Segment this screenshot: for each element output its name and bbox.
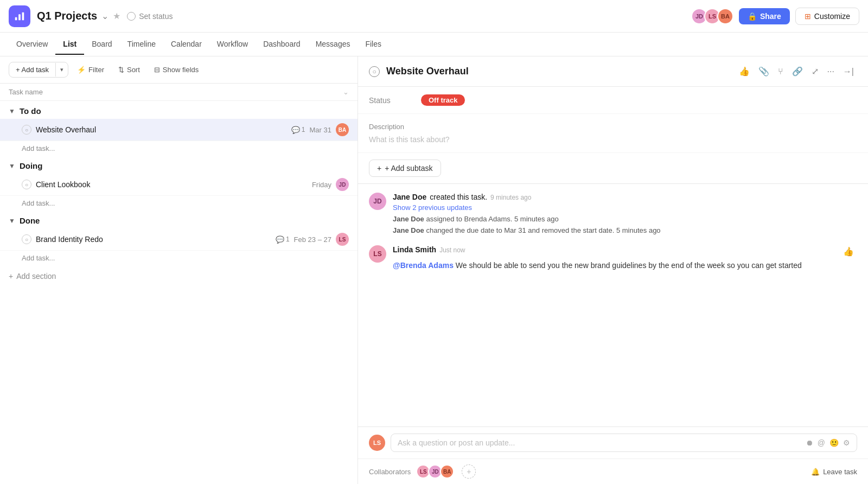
- task-check-icon-done: ○: [22, 234, 31, 244]
- status-label: Status: [369, 96, 412, 105]
- task-due-date: Mar 31: [310, 126, 331, 134]
- collaborators-row: Collaborators LS JD BA + 🔔 Leave task: [358, 458, 868, 484]
- activity-sub-jane: Jane Doe assigned to Brenda Adams. 5 min…: [393, 214, 857, 237]
- set-status-button[interactable]: Set status: [127, 12, 173, 21]
- sort-icon: ⇅: [118, 66, 124, 74]
- link-button[interactable]: 🔗: [789, 63, 806, 80]
- more-options-button[interactable]: ···: [824, 63, 838, 80]
- activity-time-linda: Just now: [439, 246, 465, 254]
- settings-icon[interactable]: ⚙: [843, 438, 850, 447]
- detail-check-icon: ○: [369, 66, 380, 77]
- section-header-todo[interactable]: ▼ To do: [0, 101, 358, 119]
- task-row-client-lookbook[interactable]: ○ Client Lookbook Friday JD: [0, 174, 358, 196]
- section-header-doing[interactable]: ▼ Doing: [0, 156, 358, 174]
- tab-messages[interactable]: Messages: [308, 34, 358, 55]
- status-badge[interactable]: Off track: [421, 94, 465, 106]
- activity-avatar-jd: JD: [369, 193, 386, 210]
- svg-rect-2: [22, 12, 24, 20]
- tab-dashboard[interactable]: Dashboard: [256, 34, 308, 55]
- add-section-button[interactable]: + Add section: [0, 265, 358, 287]
- task-row-website-overhaul[interactable]: ○ Website Overhaul 💬 1 Mar 31 BA: [0, 119, 358, 141]
- at-icon[interactable]: @: [818, 438, 825, 447]
- caret-down-icon[interactable]: ▾: [55, 63, 68, 77]
- activity-name-jane: Jane Doe: [393, 193, 426, 201]
- tab-workflow[interactable]: Workflow: [209, 34, 256, 55]
- expand-button[interactable]: ⤢: [808, 63, 822, 80]
- task-due-friday: Friday: [312, 181, 331, 189]
- emoji-icon[interactable]: 🙂: [829, 438, 839, 447]
- customize-button[interactable]: ⊞ Customize: [795, 8, 859, 25]
- filter-button[interactable]: ⚡ Filter: [72, 62, 110, 77]
- chevron-down-button[interactable]: ⌄: [101, 11, 108, 21]
- section-done: ▼ Done ○ Brand Identity Redo 💬 1 Feb 23 …: [0, 211, 358, 265]
- main-layout: + Add task ▾ ⚡ Filter ⇅ Sort ⊟ Show fiel…: [0, 56, 868, 484]
- add-task-doing[interactable]: Add task...: [0, 196, 358, 211]
- subtask-section: + + Add subtask: [358, 153, 868, 184]
- activity-section: JD Jane Doe created this task. 9 minutes…: [358, 184, 868, 426]
- star-button[interactable]: ★: [113, 11, 120, 21]
- mention-brenda[interactable]: @Brenda Adams: [393, 261, 454, 270]
- activity-action-jane: created this task.: [430, 193, 487, 201]
- activity-entry-jane: JD Jane Doe created this task. 9 minutes…: [369, 193, 857, 237]
- activity-content-jane: Jane Doe created this task. 9 minutes ag…: [393, 193, 857, 237]
- activity-sub-line-1: Jane Doe assigned to Brenda Adams. 5 min…: [393, 214, 857, 225]
- sort-label: Sort: [127, 66, 140, 74]
- tab-timeline[interactable]: Timeline: [120, 34, 163, 55]
- toolbar: + Add task ▾ ⚡ Filter ⇅ Sort ⊟ Show fiel…: [0, 56, 358, 84]
- task-comment-brand: 💬 1: [276, 235, 290, 244]
- collab-avatar-ba: BA: [440, 464, 454, 479]
- activity-content-linda: Linda Smith Just now 👍 @Brenda Adams We …: [393, 245, 857, 271]
- chevron-doing-icon: ▼: [9, 162, 15, 170]
- add-task-done[interactable]: Add task...: [0, 251, 358, 265]
- comment-avatar: LS: [369, 435, 385, 451]
- activity-name-linda: Linda Smith: [393, 245, 436, 254]
- add-collaborator-button[interactable]: +: [462, 464, 476, 479]
- like-button[interactable]: 👍: [840, 245, 857, 258]
- add-subtask-button[interactable]: + + Add subtask: [369, 160, 441, 177]
- branch-button[interactable]: ⑂: [775, 63, 787, 80]
- show-fields-button[interactable]: ⊟ Show fields: [149, 62, 204, 77]
- plus-subtask-icon: +: [377, 164, 381, 173]
- leave-task-button[interactable]: 🔔 Leave task: [811, 468, 857, 476]
- tab-files[interactable]: Files: [358, 34, 389, 55]
- title-actions: ⌄ ★: [101, 11, 120, 21]
- section-doing: ▼ Doing ○ Client Lookbook Friday JD Add …: [0, 156, 358, 211]
- section-header-done[interactable]: ▼ Done: [0, 211, 358, 228]
- left-panel: + Add task ▾ ⚡ Filter ⇅ Sort ⊟ Show fiel…: [0, 56, 358, 484]
- tab-board[interactable]: Board: [84, 34, 119, 55]
- fields-icon: ⊟: [154, 66, 160, 74]
- description-placeholder[interactable]: What is this task about?: [369, 135, 857, 144]
- tab-calendar[interactable]: Calendar: [163, 34, 209, 55]
- status-row: Status Off track: [358, 87, 868, 114]
- add-task-todo[interactable]: Add task...: [0, 141, 358, 156]
- thumbs-up-button[interactable]: 👍: [736, 63, 753, 80]
- comment-icon: 💬: [291, 126, 300, 134]
- task-assignee-ba: BA: [336, 123, 349, 136]
- comment-input-box[interactable]: Ask a question or post an update... ⏺ @ …: [391, 434, 857, 452]
- task-row-brand-identity[interactable]: ○ Brand Identity Redo 💬 1 Feb 23 – 27 LS: [0, 228, 358, 251]
- attachment-button[interactable]: 📎: [755, 63, 773, 80]
- collaborator-avatars: JD LS BA: [691, 8, 733, 24]
- activity-avatar-ls: LS: [369, 245, 386, 263]
- share-button[interactable]: 🔒 Share: [739, 8, 790, 24]
- column-header-task-name: Task name: [9, 88, 43, 96]
- comment-icon-brand: 💬: [276, 235, 284, 244]
- filter-label: Filter: [88, 66, 104, 74]
- tab-list[interactable]: List: [55, 34, 84, 55]
- activity-header-jane: Jane Doe created this task. 9 minutes ag…: [393, 193, 857, 201]
- activity-text-linda: @Brenda Adams We should be able to send …: [393, 260, 857, 271]
- grid-icon: ⊞: [805, 12, 811, 21]
- tab-overview[interactable]: Overview: [9, 34, 55, 55]
- sort-button[interactable]: ⇅ Sort: [113, 62, 145, 77]
- top-bar-right: JD LS BA 🔒 Share ⊞ Customize: [691, 8, 859, 25]
- add-task-button[interactable]: + Add task ▾: [9, 62, 68, 78]
- show-previous-updates-button[interactable]: Show 2 previous updates: [393, 203, 857, 212]
- collaborators-label: Collaborators: [369, 468, 411, 476]
- task-name-header: Task name ⌄: [0, 84, 358, 101]
- description-label: Description: [369, 123, 857, 131]
- collapse-button[interactable]: →|: [840, 63, 857, 80]
- record-icon[interactable]: ⏺: [806, 438, 813, 447]
- activity-time-jane: 9 minutes ago: [490, 194, 531, 201]
- bell-icon: 🔔: [811, 468, 820, 476]
- add-task-label: + Add task: [9, 62, 55, 77]
